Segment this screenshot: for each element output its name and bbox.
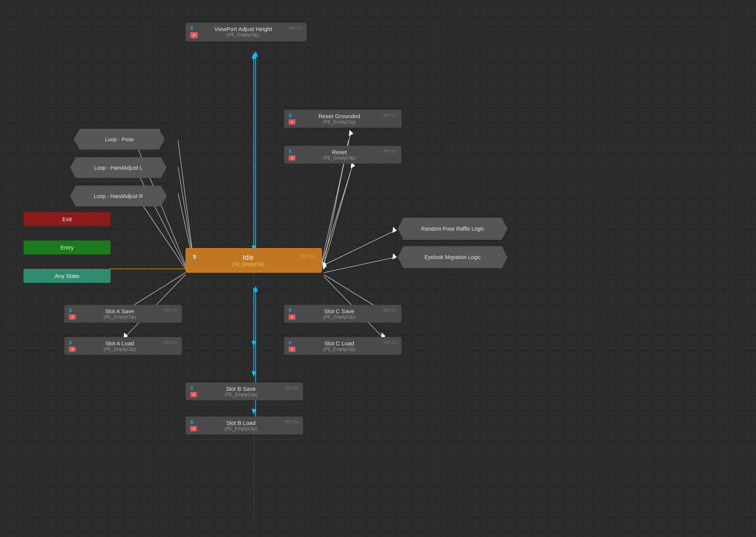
slot-b-save-title: Slot B Save — [199, 386, 283, 392]
loop-handadjust-r-node[interactable]: Loop - HandAdjust R — [70, 186, 167, 206]
random-pose-node[interactable]: Random Pose Raffle Logic — [398, 218, 508, 240]
idle-node[interactable]: S Idle (PE_EmptyClip) WD On — [186, 248, 322, 273]
slot-b-load-title: Slot B Load — [199, 420, 283, 426]
svg-marker-47 — [251, 371, 256, 377]
reset-grounded-title: Reset Grounded — [298, 113, 381, 119]
slot-a-save-title: Slot A Save — [78, 308, 161, 314]
slot-b-save-icon: ⚙ — [190, 392, 197, 397]
slot-a-save-node[interactable]: S ⚙ Slot A Save (PE_EmptyClip) WD On — [64, 305, 182, 323]
reset-grounded-s: S — [289, 113, 295, 118]
exit-label: Exit — [62, 216, 72, 222]
loop-pose-node[interactable]: Loop - Pose — [74, 129, 165, 150]
slot-b-load-icon: ⚙ — [190, 426, 197, 431]
idle-s-label: S — [193, 254, 196, 260]
idle-sub: (PE_EmptyClip) — [196, 262, 300, 267]
reset-grounded-node[interactable]: S ⚙ Reset Grounded (PE_EmptyClip) WD On — [284, 110, 401, 128]
svg-line-24 — [322, 167, 352, 263]
slot-b-save-sub: (PE_EmptyClip) — [199, 392, 283, 397]
slot-b-load-sub: (PE_EmptyClip) — [199, 426, 283, 431]
slot-a-load-title: Slot A Load — [78, 340, 161, 347]
slot-c-save-s: S — [289, 308, 295, 313]
svg-marker-49 — [253, 286, 258, 292]
node-icon: ⚙ — [190, 32, 198, 38]
slot-c-load-sub: (PE_EmptyClip) — [298, 347, 381, 352]
svg-marker-29 — [392, 253, 397, 259]
idle-title: Idle — [196, 254, 300, 262]
reset-wd: WD On — [383, 149, 397, 153]
slot-c-save-icon: ⚙ — [289, 314, 295, 320]
slot-a-load-sub: (PE_EmptyClip) — [78, 347, 161, 352]
reset-node[interactable]: S ⚙ Reset (PE_EmptyClip) WD On — [284, 146, 401, 164]
loop-handadjust-l-label: Loop - HandAdjust L — [94, 165, 143, 171]
slot-b-load-s: S — [190, 420, 197, 425]
svg-marker-7 — [251, 341, 256, 347]
idle-wd: WD On — [300, 254, 315, 259]
slot-b-save-node[interactable]: S ⚙ Slot B Save (PE_EmptyClip) WD On — [186, 382, 303, 400]
svg-marker-9 — [251, 409, 256, 415]
slot-a-save-wd: WD On — [164, 308, 177, 312]
svg-line-32 — [324, 172, 350, 265]
slot-b-load-node[interactable]: S ⚙ Slot B Load (PE_EmptyClip) WD On — [186, 417, 303, 434]
slot-a-save-icon: ⚙ — [69, 314, 76, 320]
slot-c-load-s: S — [289, 340, 295, 345]
slot-a-save-sub: (PE_EmptyClip) — [78, 314, 161, 320]
reset-s: S — [289, 149, 295, 154]
entry-label: Entry — [60, 244, 73, 251]
eyelook-node[interactable]: Eyelook Migration Logic — [398, 246, 508, 268]
svg-line-18 — [178, 167, 193, 259]
eyelook-label: Eyelook Migration Logic — [425, 254, 481, 260]
svg-marker-27 — [392, 227, 397, 233]
slot-a-load-wd: WD On — [164, 340, 177, 345]
slot-b-save-wd: WD On — [285, 386, 298, 390]
any-state-label: Any State — [55, 273, 79, 279]
slot-c-save-title: Slot C Save — [298, 308, 381, 314]
reset-grounded-wd: WD On — [383, 113, 397, 117]
slot-a-save-s: S — [69, 308, 76, 313]
viewport-title: ViewPort Adjust Height — [201, 26, 286, 32]
svg-line-28 — [324, 258, 394, 273]
slot-c-load-title: Slot C Load — [298, 340, 381, 347]
slot-a-load-icon: ⚙ — [69, 347, 76, 352]
slot-a-load-node[interactable]: S ⚙ Slot A Load (PE_EmptyClip) WD On — [64, 337, 182, 355]
reset-sub: (PE_EmptyClip) — [298, 155, 381, 161]
svg-line-12 — [134, 167, 186, 267]
svg-line-16 — [178, 140, 193, 258]
entry-node[interactable]: Entry — [23, 240, 111, 254]
svg-marker-23 — [349, 130, 353, 136]
reset-grounded-icon: ⚙ — [289, 119, 295, 125]
random-pose-label: Random Pose Raffle Logic — [421, 226, 484, 232]
svg-line-26 — [324, 231, 394, 265]
slot-c-load-icon: ⚙ — [289, 347, 295, 352]
slot-b-save-s: S — [190, 386, 197, 391]
reset-title: Reset — [298, 149, 381, 155]
loop-handadjust-l-node[interactable]: Loop - HandAdjust L — [70, 157, 167, 178]
slot-c-load-wd: WD On — [383, 340, 397, 345]
reset-grounded-sub: (PE_EmptyClip) — [298, 119, 381, 125]
slot-c-save-node[interactable]: S ⚙ Slot C Save (PE_EmptyClip) WD On — [284, 305, 401, 323]
any-state-node[interactable]: Any State — [23, 269, 111, 283]
loop-handadjust-r-label: Loop - HandAdjust R — [94, 193, 143, 199]
node-s-label: S — [190, 26, 198, 31]
svg-marker-4 — [251, 53, 256, 59]
slot-b-load-wd: WD On — [285, 420, 298, 424]
viewport-sub: (PE_EmptyClip) — [201, 32, 286, 37]
slot-a-load-s: S — [69, 340, 76, 345]
slot-c-save-wd: WD On — [383, 308, 397, 312]
viewport-wd: WD On — [289, 26, 302, 30]
slot-c-save-sub: (PE_EmptyClip) — [298, 314, 381, 320]
svg-marker-45 — [253, 51, 258, 57]
viewport-adjust-node[interactable]: S ⚙ ViewPort Adjust Height (PE_EmptyClip… — [186, 23, 307, 41]
loop-pose-label: Loop - Pose — [105, 136, 134, 142]
svg-marker-31 — [322, 262, 327, 268]
connections-layer — [0, 0, 756, 537]
slot-c-load-node[interactable]: S ⚙ Slot C Load (PE_EmptyClip) WD On — [284, 337, 401, 355]
svg-marker-33 — [322, 264, 327, 270]
reset-icon: ⚙ — [289, 155, 295, 161]
exit-node[interactable]: Exit — [23, 212, 111, 226]
